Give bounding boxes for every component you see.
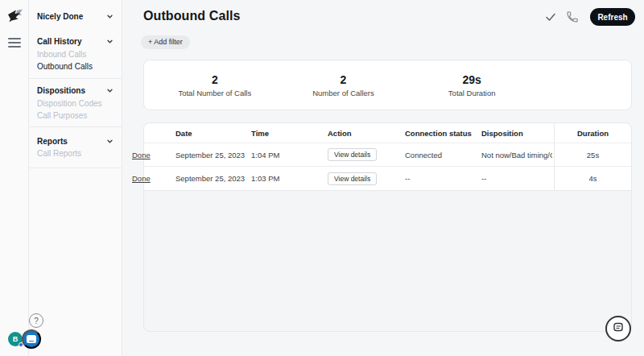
main-content: Outbound Calls Refresh + Add filter 2 To… xyxy=(122,0,644,356)
column-header-connection-status: Connection status xyxy=(405,129,481,138)
stat-total-duration: 29s Total Duration xyxy=(407,73,536,97)
column-header-date: Date xyxy=(175,129,251,138)
sidebar-item-inbound-calls[interactable]: Inbound Calls xyxy=(37,50,115,60)
column-header-disposition: Disposition xyxy=(481,129,554,138)
table-header-row: Date Time Action Connection status Dispo… xyxy=(144,123,631,143)
chevron-down-icon xyxy=(106,138,114,145)
stat-label: Total Duration xyxy=(407,89,536,97)
column-header-time: Time xyxy=(251,129,328,138)
menu-toggle-icon[interactable] xyxy=(8,38,21,49)
sidebar-nav: Nicely Done Call History Inbound Calls O… xyxy=(29,0,122,356)
done-link[interactable]: Done xyxy=(132,151,151,159)
stat-value: 2 xyxy=(279,73,408,86)
sidebar-section-reports[interactable]: Reports xyxy=(37,137,115,147)
column-header-duration: Duration xyxy=(554,129,632,138)
done-link[interactable]: Done xyxy=(132,174,151,183)
app-logo-icon xyxy=(6,8,24,24)
chat-launcher-button[interactable] xyxy=(22,329,41,349)
section-title: Call History xyxy=(37,37,82,46)
divider xyxy=(29,168,122,168)
cell-connection-status: Connected xyxy=(405,151,481,159)
sidebar-section-dispositions[interactable]: Dispositions xyxy=(37,86,115,96)
add-filter-button[interactable]: + Add filter xyxy=(141,35,190,49)
feedback-note-icon xyxy=(613,322,624,335)
section-title: Reports xyxy=(37,137,68,146)
calls-table-card: Date Time Action Connection status Dispo… xyxy=(143,122,632,332)
cell-disposition: -- xyxy=(481,174,552,183)
cell-duration: 25s xyxy=(554,151,632,159)
stats-card: 2 Total Number of Calls 2 Number of Call… xyxy=(143,60,632,110)
stat-label: Total Number of Calls xyxy=(151,89,279,97)
cell-date: September 25, 2023 xyxy=(175,174,251,183)
cell-connection-status: -- xyxy=(405,174,481,183)
view-details-button[interactable]: View details xyxy=(328,172,377,185)
divider xyxy=(29,126,122,127)
check-icon[interactable] xyxy=(544,10,557,23)
chevron-down-icon xyxy=(106,38,114,45)
sidebar-item-outbound-calls[interactable]: Outbound Calls xyxy=(37,62,115,72)
sidebar-item-call-reports[interactable]: Call Reports xyxy=(37,149,115,159)
stat-value: 2 xyxy=(151,73,279,86)
account-switcher[interactable]: Nicely Done xyxy=(37,12,115,22)
help-button[interactable]: ? xyxy=(29,313,43,328)
calls-table: Date Time Action Connection status Dispo… xyxy=(144,123,631,191)
cell-date: September 25, 2023 xyxy=(175,151,251,159)
stat-label: Number of Callers xyxy=(279,89,408,97)
icon-rail xyxy=(0,0,29,356)
phone-icon[interactable] xyxy=(566,10,579,23)
feedback-button[interactable] xyxy=(605,316,631,342)
view-details-button[interactable]: View details xyxy=(328,148,377,161)
table-row: Done September 25, 2023 1:04 PM View det… xyxy=(144,143,631,167)
stat-value: 29s xyxy=(407,73,536,86)
page-title: Outbound Calls xyxy=(143,9,241,23)
section-title: Dispositions xyxy=(37,86,85,95)
divider xyxy=(29,78,122,79)
chat-avatar-badge[interactable]: B xyxy=(8,332,23,346)
refresh-button[interactable]: Refresh xyxy=(590,8,635,26)
question-mark-icon: ? xyxy=(34,317,39,325)
account-name: Nicely Done xyxy=(37,12,83,21)
chevron-down-icon xyxy=(106,87,114,94)
sidebar-item-call-purposes[interactable]: Call Purposes xyxy=(37,111,115,121)
cell-time: 1:03 PM xyxy=(251,174,328,183)
badge-letter: B xyxy=(13,335,19,343)
cell-time: 1:04 PM xyxy=(251,151,328,159)
messenger-icon xyxy=(27,335,36,343)
table-row: Done September 25, 2023 1:03 PM View det… xyxy=(144,167,631,190)
column-header-action: Action xyxy=(328,129,405,138)
sidebar-item-disposition-codes[interactable]: Disposition Codes xyxy=(37,99,115,109)
chevron-down-icon xyxy=(106,13,114,20)
cell-duration: 4s xyxy=(554,174,632,183)
sidebar-section-call-history[interactable]: Call History xyxy=(37,37,115,47)
cell-disposition: Not now/Bad timing/C... xyxy=(481,151,552,159)
stat-number-of-callers: 2 Number of Callers xyxy=(279,73,408,97)
stat-total-calls: 2 Total Number of Calls xyxy=(151,73,279,97)
